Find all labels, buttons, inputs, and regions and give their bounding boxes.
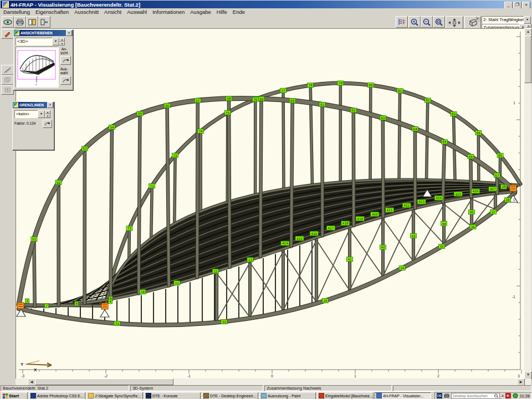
svg-text:74: 74	[198, 129, 203, 133]
taskbar-item-1[interactable]: J:\Seagate Sync\SyncRe...	[86, 392, 143, 399]
tray-printer-icon[interactable]	[444, 393, 449, 398]
svg-text:80: 80	[369, 83, 373, 87]
svg-text:35: 35	[439, 244, 444, 248]
maximize-button[interactable]: ❐	[513, 2, 521, 9]
menu-item-eigenschaften[interactable]: Eigenschaften	[33, 9, 71, 15]
view-plane-combo[interactable]: <3D>	[16, 38, 53, 45]
stacked-squares-icon	[4, 77, 11, 83]
taskbar-item-0[interactable]: Adobe Photoshop CS3 E...	[29, 392, 85, 399]
start-button[interactable]: Start	[1, 392, 28, 399]
near-hanger	[291, 101, 293, 246]
taskbar-item-label: Adobe Photoshop CS3 E...	[37, 394, 84, 398]
diagonal-icon	[4, 67, 11, 73]
view-plane-spinner[interactable]: ▲▼	[59, 38, 65, 44]
taskbar-item-2[interactable]: DTE - Konsole	[144, 392, 201, 399]
desktop-search-input[interactable]	[452, 393, 494, 398]
minimize-button[interactable]: _	[504, 2, 513, 9]
svg-text:415: 415	[296, 237, 303, 241]
panel-icon	[13, 103, 18, 108]
print-button[interactable]	[14, 16, 26, 28]
menu-item-ausschnitt[interactable]: Ausschnitt	[71, 9, 101, 15]
vertical-scroll-thumb[interactable]	[524, 35, 531, 83]
panel-ansicht-close-icon[interactable]: ×	[66, 30, 72, 36]
windows-button[interactable]	[26, 16, 38, 28]
near-hanger	[354, 110, 354, 226]
svg-text:41: 41	[347, 257, 352, 261]
menu-item-hilfe[interactable]: Hilfe	[214, 9, 230, 15]
zoom-out-button[interactable]	[421, 16, 433, 28]
svg-text:67: 67	[495, 173, 499, 177]
status-cell-0: Bauchveerendeltr. Stat.2	[1, 385, 129, 391]
zoom-window-button[interactable]	[433, 16, 445, 28]
taskbar-item-3[interactable]: DTE - Desktop Engineeri...	[202, 392, 258, 399]
panel-ansicht-titlebar[interactable]: ANSICHT/EBENEN ×	[14, 30, 73, 36]
layers-button[interactable]	[1, 75, 14, 85]
taskbar-item-5[interactable]: EingabeModul [Bauchvee...	[317, 392, 374, 399]
view-thumbnail[interactable]: z	[16, 47, 59, 88]
member-number-label: 83	[451, 112, 457, 116]
zoom-in-button[interactable]	[408, 16, 421, 28]
menu-item-informationen[interactable]: Informationen	[150, 9, 187, 15]
view-3d-button[interactable]: ▼	[464, 16, 481, 29]
auswahl-apply-button[interactable]	[60, 76, 71, 85]
result-case-dropdown[interactable]: ▼	[524, 16, 531, 24]
svg-text:419: 419	[357, 217, 363, 221]
member-number-label: 417	[326, 226, 335, 230]
svg-text:-1: -1	[187, 374, 191, 378]
horizontal-scrollbar[interactable]: ◀ ▶	[16, 378, 531, 385]
view-arrow-icon	[63, 58, 69, 63]
cube-dropdown-arrow[interactable]: ▼	[476, 17, 480, 22]
svg-text:58: 58	[227, 96, 231, 100]
menu-item-auswahl[interactable]: Auswahl	[124, 9, 150, 15]
svg-text:414: 414	[282, 241, 288, 245]
menu-item-darstellung[interactable]: Darstellung	[1, 9, 33, 15]
svg-text:42: 42	[381, 245, 385, 249]
zoom-out-icon	[423, 18, 431, 26]
panel-grenzlinien-close-icon[interactable]: ×	[47, 102, 53, 108]
close-button[interactable]: ×	[522, 2, 530, 9]
exit-button[interactable]	[38, 16, 50, 28]
tray-expand-icon[interactable]: «	[502, 394, 504, 398]
member-number-label: 51	[31, 237, 37, 242]
faktor-apply-button[interactable]	[43, 120, 52, 128]
tray-status-icon[interactable]	[513, 393, 518, 398]
taskbar-item-4[interactable]: Ausnutzung - Paint	[259, 392, 316, 399]
redraw-button[interactable]	[1, 29, 14, 39]
taskbar-item-6[interactable]: 4H-FRAP - Visualisier...	[375, 392, 431, 399]
viewport-canvas[interactable]: 5152535455565758596061626364656667717273…	[16, 28, 524, 379]
panel-grenzlinien-titlebar[interactable]: GRENZLINIEN ×	[13, 102, 54, 108]
ansicht-apply-button[interactable]	[60, 56, 71, 65]
keyboard-layout-icon[interactable]: DE	[437, 393, 442, 398]
menu-item-ende[interactable]: Ende	[230, 9, 248, 15]
section-button[interactable]	[1, 65, 14, 75]
svg-text:425: 425	[455, 192, 461, 196]
scroll-down-icon[interactable]: ▼	[524, 371, 532, 379]
menu-item-ausgabe[interactable]: Ausgabe	[187, 9, 214, 15]
member-number-label: 59	[258, 96, 264, 101]
member-number-label: 58	[226, 96, 232, 101]
view-plane-dropdown[interactable]: ▼	[52, 38, 59, 45]
desktop-search-box[interactable]	[451, 393, 500, 399]
result-case-combo[interactable]: 2: Stahl Tragfähigkeit (Th. 2. O	[482, 16, 526, 24]
app-titlebar: 4H-FRAP - Visualisierung [Bauchveerendel…	[1, 1, 531, 8]
member-number-label: 422	[402, 203, 411, 208]
svg-text:62: 62	[351, 108, 356, 112]
member-number-label: 71	[126, 226, 132, 231]
grenzlinien-combo[interactable]: <kein>	[14, 110, 40, 118]
far-hanger	[129, 228, 130, 259]
grenzlinien-dropdown[interactable]: ▼	[38, 110, 45, 118]
member-number-label: 42	[380, 245, 386, 249]
member-number-label: 28	[501, 185, 507, 189]
horizontal-scroll-thumb[interactable]	[35, 378, 173, 385]
vertical-scrollbar[interactable]: ▲ ▼	[524, 28, 531, 378]
view-eye-button[interactable]	[2, 16, 14, 28]
result-tree-button[interactable]	[396, 16, 408, 28]
grenzlinien-spinner[interactable]: ▲▼	[45, 110, 50, 117]
tray-k-icon[interactable]: K	[505, 393, 511, 398]
menu-item-ansicht[interactable]: Ansicht	[101, 9, 124, 15]
scroll-up-icon[interactable]: ▲	[524, 28, 532, 36]
zoom-in-icon	[411, 18, 419, 26]
pan-control[interactable]	[446, 16, 463, 29]
member-number-label: 75	[224, 110, 231, 115]
grid-button[interactable]	[1, 85, 14, 95]
